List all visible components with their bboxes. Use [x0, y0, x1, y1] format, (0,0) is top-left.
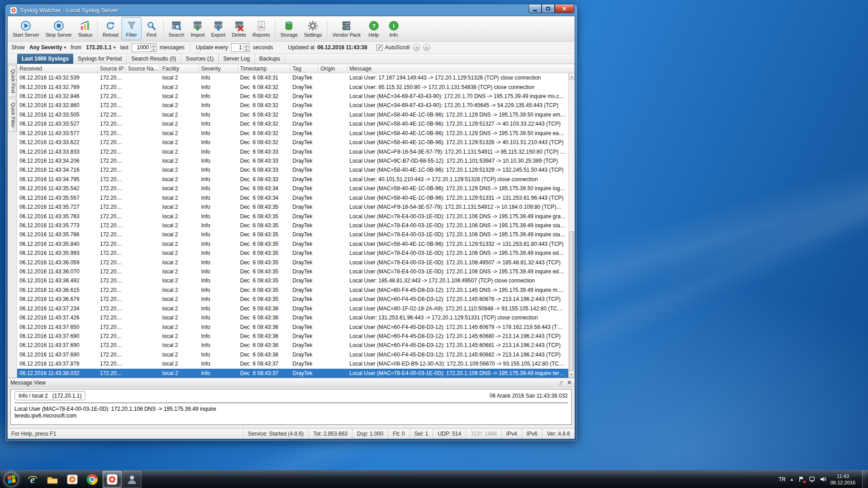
- spinner-buttons[interactable]: ▲▼: [243, 44, 249, 52]
- toolbar-button-filter[interactable]: Filter: [122, 17, 142, 40]
- tab-last-1000-syslogs[interactable]: Last 1000 Syslogs: [17, 54, 73, 64]
- tab-search-results-0[interactable]: Search Results (0): [127, 54, 181, 64]
- table-row[interactable]: 06.12.2016 11:43:37.878172.20.1.1local 2…: [17, 359, 568, 368]
- titlebar[interactable]: Syslog Watcher - Local Syslog Server ✕: [7, 5, 575, 16]
- network-icon[interactable]: [809, 476, 816, 483]
- spinner-buttons[interactable]: ▲▼: [150, 44, 156, 52]
- table-row[interactable]: 06.12.2016 11:43:33.527172.20.1.1local 2…: [17, 119, 568, 128]
- table-row[interactable]: 06.12.2016 11:43:32.539172.20.1.1local 2…: [17, 73, 568, 82]
- column-header-tag[interactable]: Tag: [290, 64, 318, 73]
- table-row[interactable]: 06.12.2016 11:43:34.206172.20.1.1local 2…: [17, 156, 568, 165]
- table-row[interactable]: 06.12.2016 11:43:35.840172.20.1.1local 2…: [17, 239, 568, 249]
- close-button[interactable]: ✕: [555, 5, 574, 13]
- toolbar-button-vendor-pack[interactable]: Vendor Pack: [329, 17, 363, 40]
- show-desktop-button[interactable]: [862, 470, 867, 488]
- table-row[interactable]: 06.12.2016 11:43:32.769172.20.1.1local 2…: [17, 82, 568, 91]
- table-row[interactable]: 06.12.2016 11:43:37.426172.20.1.1local 2…: [17, 313, 568, 322]
- message-count-input[interactable]: [132, 44, 150, 52]
- column-header-facility[interactable]: Facility: [160, 64, 199, 73]
- taskbar-button-chrome[interactable]: [83, 471, 102, 488]
- toolbar-button-reload[interactable]: Reload: [99, 17, 122, 40]
- toolbar-button-start-server[interactable]: Start Server: [9, 17, 42, 40]
- toolbar-button-storage[interactable]: Storage: [277, 17, 301, 40]
- minimize-button[interactable]: [528, 5, 542, 13]
- volume-icon[interactable]: [820, 476, 826, 483]
- table-row[interactable]: 06.12.2016 11:43:35.993172.20.1.1local 2…: [17, 249, 568, 258]
- taskbar-clock[interactable]: 11:43 06.12.2016: [830, 473, 855, 486]
- table-row[interactable]: 06.12.2016 11:43:36.615172.20.1.1local 2…: [17, 286, 568, 295]
- table-row[interactable]: 06.12.2016 11:43:33.505172.20.1.1local 2…: [17, 110, 568, 119]
- toolbar-button-find[interactable]: Find: [142, 17, 161, 40]
- table-row[interactable]: 06.12.2016 11:43:32.860172.20.1.1local 2…: [17, 101, 568, 110]
- start-button[interactable]: [4, 472, 19, 487]
- language-indicator[interactable]: TR: [778, 476, 786, 483]
- table-row[interactable]: 06.12.2016 11:43:36.492172.20.1.1local 2…: [17, 276, 568, 285]
- column-header-message[interactable]: Message: [347, 64, 575, 73]
- table-row[interactable]: 06.12.2016 11:43:33.833172.20.1.1local 2…: [17, 147, 568, 156]
- column-header-timestamp[interactable]: Timestamp: [238, 64, 290, 73]
- table-row[interactable]: 06.12.2016 11:43:37.690172.20.1.1local 2…: [17, 332, 568, 341]
- history-back-button[interactable]: ◂: [413, 44, 420, 51]
- table-row[interactable]: 06.12.2016 11:43:35.763172.20.1.1local 2…: [17, 211, 568, 221]
- source-dropdown[interactable]: 172.20.1.1 ▾: [85, 43, 117, 52]
- table-row[interactable]: 06.12.2016 11:43:36.679172.20.1.1local 2…: [17, 295, 568, 304]
- tray-expand-icon[interactable]: ▲: [790, 477, 794, 482]
- tab-sources-1[interactable]: Sources (1): [181, 54, 219, 64]
- vertical-scrollbar[interactable]: ▲ ▼: [568, 73, 575, 378]
- taskbar-button-internet-explorer[interactable]: e: [23, 471, 42, 488]
- toolbar-button-stop-server[interactable]: Stop Server: [42, 17, 75, 40]
- table-row[interactable]: 06.12.2016 11:43:35.773172.20.1.1local 2…: [17, 221, 568, 230]
- tab-backups[interactable]: Backups: [255, 54, 285, 64]
- tab-server-log[interactable]: Server Log: [219, 54, 255, 64]
- history-forward-button[interactable]: ▸: [423, 44, 430, 51]
- pin-icon[interactable]: [558, 380, 563, 385]
- table-row[interactable]: 06.12.2016 11:43:38.032172.20.1.1local 2…: [17, 369, 568, 378]
- scroll-track[interactable]: [569, 80, 575, 371]
- table-row[interactable]: 06.12.2016 11:43:35.727172.20.1.1local 2…: [17, 202, 568, 211]
- toolbar-button-reports[interactable]: Reports: [249, 17, 273, 40]
- toolbar-button-import[interactable]: Import: [188, 17, 208, 40]
- table-row[interactable]: 06.12.2016 11:43:37.234172.20.1.1local 2…: [17, 304, 568, 313]
- toolbar-button-search[interactable]: Search: [165, 17, 188, 40]
- table-row[interactable]: 06.12.2016 11:43:33.577172.20.1.1local 2…: [17, 129, 568, 138]
- scroll-thumb[interactable]: [569, 231, 574, 371]
- flag-icon[interactable]: [798, 476, 805, 483]
- scroll-down-button[interactable]: ▼: [569, 371, 575, 378]
- column-header-origin[interactable]: Origin: [318, 64, 347, 73]
- severity-dropdown[interactable]: Any Severity ▾: [28, 43, 67, 52]
- toolbar-button-export[interactable]: Export: [208, 17, 229, 40]
- side-tab-quick-find[interactable]: Quick Find: [8, 65, 17, 97]
- table-row[interactable]: 06.12.2016 11:43:36.059172.20.1.1local 2…: [17, 258, 568, 267]
- table-row[interactable]: 06.12.2016 11:43:33.622172.20.1.1local 2…: [17, 138, 568, 147]
- table-row[interactable]: 06.12.2016 11:43:36.070172.20.1.1local 2…: [17, 267, 568, 276]
- toolbar-button-settings[interactable]: Settings: [301, 17, 326, 40]
- scroll-up-button[interactable]: ▲: [569, 73, 575, 80]
- table-row[interactable]: 06.12.2016 11:43:35.786172.20.1.1local 2…: [17, 230, 568, 239]
- table-row[interactable]: 06.12.2016 11:43:37.690172.20.1.1local 2…: [17, 350, 568, 359]
- table-row[interactable]: 06.12.2016 11:43:34.795172.20.1.1local 2…: [17, 175, 568, 184]
- table-row[interactable]: 06.12.2016 11:43:37.650172.20.1.1local 2…: [17, 322, 568, 331]
- column-header-received[interactable]: Received: [17, 64, 98, 73]
- column-header-source-na[interactable]: Source Na...: [126, 64, 160, 73]
- taskbar-button-messenger[interactable]: [123, 471, 142, 488]
- side-tab-quick-filter[interactable]: Quick Filter: [8, 99, 17, 132]
- taskbar-button-file-explorer[interactable]: [43, 471, 62, 488]
- column-header-severity[interactable]: Severity: [199, 64, 238, 73]
- tab-syslogs-for-period[interactable]: Syslogs for Period: [73, 54, 127, 64]
- table-row[interactable]: 06.12.2016 11:43:37.690172.20.1.1local 2…: [17, 341, 568, 350]
- table-row[interactable]: 06.12.2016 11:43:35.557172.20.1.1local 2…: [17, 193, 568, 202]
- column-header-source-ip[interactable]: Source IP: [98, 64, 126, 73]
- taskbar-button-syslog-watcher[interactable]: [103, 471, 122, 488]
- toolbar-button-help[interactable]: ?Help: [364, 17, 384, 40]
- close-panel-icon[interactable]: ✕: [567, 380, 572, 385]
- autoscroll-checkbox[interactable]: AutoScroll: [377, 44, 410, 51]
- toolbar-button-status[interactable]: Status: [75, 17, 95, 40]
- maximize-button[interactable]: [542, 5, 555, 13]
- toolbar-button-info[interactable]: iInfo: [384, 17, 404, 40]
- table-row[interactable]: 06.12.2016 11:43:35.542172.20.1.1local 2…: [17, 184, 568, 193]
- table-row[interactable]: 06.12.2016 11:43:32.846172.20.1.1local 2…: [17, 92, 568, 101]
- update-interval-input[interactable]: [231, 44, 243, 52]
- taskbar-button-media-player[interactable]: [63, 471, 82, 488]
- toolbar-button-delete[interactable]: Delete: [229, 17, 250, 40]
- table-row[interactable]: 06.12.2016 11:43:34.716172.20.1.1local 2…: [17, 165, 568, 174]
